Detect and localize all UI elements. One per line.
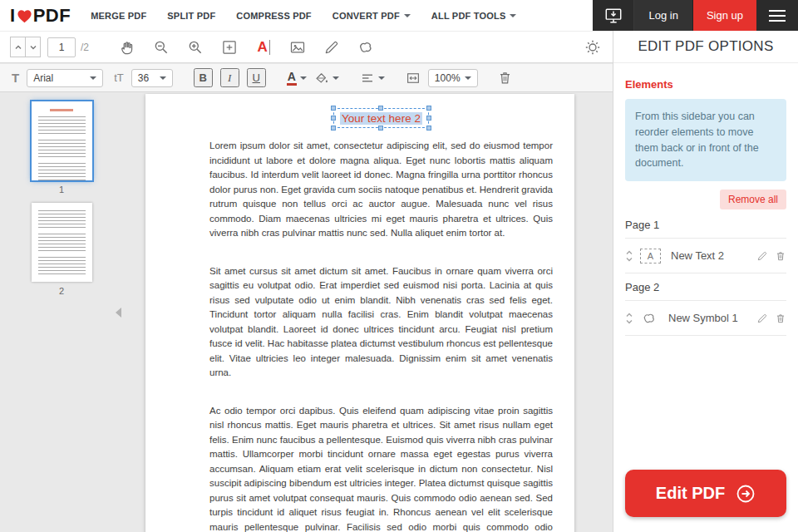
nav-split-pdf[interactable]: SPLIT PDF [167, 11, 215, 21]
paragraph: Ac odio tempor orci dapibus. Quis eleife… [209, 404, 553, 532]
align-button[interactable] [360, 71, 385, 86]
add-text-button[interactable]: A [254, 37, 273, 58]
arrow-circle-icon [736, 484, 756, 504]
drag-handle[interactable] [625, 312, 633, 325]
zoom-out-icon [153, 39, 170, 56]
resize-handle[interactable] [426, 126, 431, 131]
sidebar-info-box: From this sidebar you can reorder elemen… [625, 99, 786, 181]
heart-icon [17, 9, 32, 23]
trash-icon [497, 70, 513, 86]
edit-pdf-button[interactable]: Edit PDF [625, 470, 786, 517]
resize-handle[interactable] [378, 106, 383, 111]
nav-label: SPLIT PDF [167, 11, 215, 21]
fit-page-button[interactable] [406, 71, 421, 86]
zoom-value: 100% [435, 72, 461, 84]
sidebar-body: Elements From this sidebar you can reord… [613, 63, 798, 336]
font-family-value: Arial [33, 72, 53, 84]
element-name: New Text 2 [671, 249, 750, 262]
shapes-button[interactable] [356, 37, 376, 58]
bold-button[interactable]: B [194, 68, 213, 87]
signup-button[interactable]: Sign up [693, 0, 756, 31]
thumbnail-panel: 1 2 [0, 93, 123, 532]
delete-element-button[interactable] [497, 70, 513, 86]
draw-button[interactable] [322, 37, 342, 58]
page-2-group-label: Page 2 [625, 273, 786, 301]
chevron-down-icon [510, 14, 516, 17]
resize-handle[interactable] [331, 116, 336, 121]
remove-all-button[interactable]: Remove all [720, 190, 786, 209]
resize-handle[interactable] [331, 106, 336, 111]
menu-button[interactable] [756, 0, 798, 31]
edit-element-button[interactable] [756, 250, 768, 262]
nav-merge-pdf[interactable]: MERGE PDF [91, 11, 146, 21]
login-button[interactable]: Log in [634, 0, 692, 31]
fill-color-icon [314, 71, 329, 86]
monitor-download-icon [604, 7, 623, 25]
hamburger-icon [769, 10, 786, 12]
nav-compress-pdf[interactable]: COMPRESS PDF [236, 11, 311, 21]
trash-icon [775, 250, 786, 262]
text-color-button[interactable]: A [287, 71, 307, 86]
page-1-group-label: Page 1 [625, 211, 786, 239]
trash-icon [775, 313, 786, 324]
resize-handle[interactable] [426, 106, 431, 111]
main-nav: MERGE PDF SPLIT PDF COMPRESS PDF CONVERT… [91, 11, 516, 21]
element-row-symbol[interactable]: New Symbol 1 [625, 301, 786, 336]
delete-element-button[interactable] [775, 313, 786, 324]
insert-element-button[interactable] [219, 37, 239, 58]
thumbnail-page-2[interactable] [32, 203, 92, 282]
element-row-text[interactable]: A New Text 2 [625, 239, 786, 273]
page-down-button[interactable] [25, 37, 41, 57]
resize-handle[interactable] [331, 126, 336, 131]
edit-element-button[interactable] [756, 313, 768, 324]
gear-icon [584, 39, 601, 56]
add-image-button[interactable] [288, 37, 308, 58]
font-family-label-icon: T [12, 71, 19, 85]
top-navbar: I PDF MERGE PDF SPLIT PDF COMPRESS PDF C… [0, 0, 798, 31]
nav-all-pdf-tools[interactable]: ALL PDF TOOLS [431, 11, 517, 21]
tool-icons-group: A [117, 37, 376, 58]
delete-element-button[interactable] [775, 250, 786, 262]
desktop-app-button[interactable] [593, 0, 634, 31]
pan-tool-button[interactable] [117, 37, 137, 58]
nav-convert-pdf[interactable]: CONVERT PDF [332, 11, 411, 21]
selected-text-element[interactable]: Your text here 2 [333, 108, 429, 128]
chevron-down-icon [465, 76, 471, 80]
zoom-in-button[interactable] [185, 37, 205, 58]
zoom-out-button[interactable] [151, 37, 171, 58]
settings-button[interactable] [583, 37, 603, 58]
text-element-icon: A [640, 249, 661, 264]
thumbnail-page-2-number: 2 [0, 286, 123, 296]
font-family-select[interactable]: Arial [27, 69, 103, 87]
chevron-down-icon [29, 43, 37, 52]
resize-handle[interactable] [378, 126, 383, 131]
chevron-down-icon [160, 76, 166, 80]
chevron-down-icon [404, 14, 411, 17]
ilovepdf-logo[interactable]: I PDF [10, 5, 71, 27]
edit-options-sidebar: EDIT PDF OPTIONS Elements From this side… [613, 31, 798, 532]
zoom-select[interactable]: 100% [428, 69, 478, 87]
nav-label: COMPRESS PDF [236, 11, 311, 21]
symbol-element-icon [640, 311, 658, 326]
italic-button[interactable]: I [220, 68, 239, 87]
nav-label: CONVERT PDF [332, 11, 400, 21]
underline-button[interactable]: U [247, 68, 266, 87]
resize-handle[interactable] [426, 116, 431, 121]
drag-handle[interactable] [625, 249, 633, 263]
sidebar-title: EDIT PDF OPTIONS [613, 31, 798, 63]
drag-icon [625, 249, 633, 263]
page-number-input[interactable] [47, 37, 76, 57]
navbar-right-cluster: Log in Sign up [593, 0, 798, 31]
nav-label: ALL PDF TOOLS [431, 11, 506, 21]
pdf-toolbar: /2 A [0, 31, 613, 63]
hand-icon [119, 39, 135, 56]
collapse-panel-handle[interactable] [116, 308, 121, 318]
font-size-select[interactable]: 36 [131, 69, 173, 87]
text-tool-icon: A [257, 39, 267, 56]
text-color-icon: A [287, 71, 297, 86]
fill-color-button[interactable] [314, 71, 339, 86]
nav-label: MERGE PDF [91, 11, 146, 21]
chevron-up-icon [14, 43, 22, 52]
thumbnail-page-1[interactable] [32, 101, 92, 180]
page-up-button[interactable] [10, 37, 26, 57]
